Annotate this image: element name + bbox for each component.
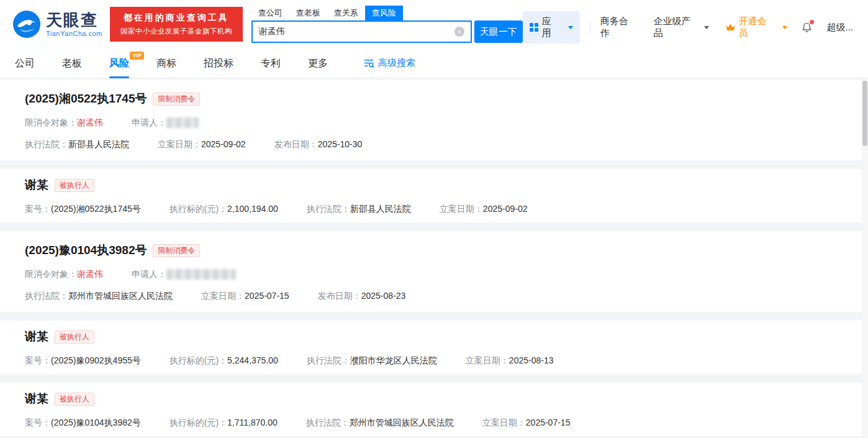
search-tab-boss[interactable]: 查老板 — [289, 6, 327, 21]
tab-company[interactable]: 公司 — [15, 48, 35, 78]
brand-name: 天眼查 — [46, 12, 102, 28]
publish-date-value: 2025-10-30 — [318, 138, 363, 150]
brand-domain: TianYanCha.com — [46, 30, 102, 37]
tab-bidding[interactable]: 招投标 — [204, 48, 233, 78]
field-label: 执行法院： — [306, 416, 350, 429]
field-label: 案号： — [25, 203, 51, 215]
status-badge: 被执行人 — [55, 331, 94, 344]
amount-value: 2,100,194.00 — [227, 203, 278, 215]
restricted-person-link[interactable]: 谢孟伟 — [77, 116, 103, 129]
case-number-value: (2025)湘0522执1745号 — [51, 203, 141, 215]
record-title[interactable]: 谢某 — [25, 329, 48, 345]
court-value: 新邵县人民法院 — [68, 138, 129, 150]
record-executed-person[interactable]: 谢某 被执行人 案号： (2025)豫0104执3982号 执行标的(元)： 1… — [0, 383, 868, 436]
divider — [590, 22, 590, 33]
field-label: 立案日期： — [158, 138, 201, 150]
search-tabs: 查公司 查老板 查关系 查风险 — [251, 6, 523, 21]
tab-boss[interactable]: 老板 — [62, 48, 82, 78]
tab-patent[interactable]: 专利 — [261, 48, 281, 78]
field-label: 执行法院： — [307, 203, 350, 215]
record-title[interactable]: (2025)豫0104执3982号 — [25, 242, 147, 258]
status-badge: 被执行人 — [55, 393, 94, 406]
chevron-down-icon — [782, 26, 787, 29]
record-executed-person[interactable]: 谢某 被执行人 案号： (2025)豫0902执4955号 执行标的(元)： 5… — [0, 321, 868, 374]
amount-value: 5,244,375.00 — [227, 354, 278, 367]
publish-date-value: 2025-08-23 — [361, 290, 406, 302]
scrollbar-thumb[interactable] — [862, 81, 867, 146]
enterprise-products-label: 企业级产品 — [654, 16, 700, 39]
search-row: × 天眼一下 — [251, 21, 523, 43]
apps-label: 应用 — [542, 16, 561, 39]
field-label: 立案日期： — [482, 416, 526, 429]
record-title[interactable]: 谢某 — [25, 177, 48, 193]
chevron-down-icon — [568, 26, 573, 29]
blurred-applicant — [166, 117, 199, 128]
header-right: 应用 商务合作 企业级产品 开通会员 — [523, 11, 853, 43]
field-label: 案号： — [25, 416, 51, 429]
notification-dot — [810, 20, 814, 24]
search-tab-company[interactable]: 查公司 — [251, 6, 289, 21]
field-label: 执行法院： — [25, 290, 68, 302]
field-label: 案号： — [25, 354, 51, 367]
filing-date-value: 2025-09-02 — [483, 203, 528, 215]
promo-banner: 都在用的商业查询工具 国家中小企业发展子基金旗下机构 — [110, 7, 243, 42]
field-label: 申请人： — [132, 268, 166, 280]
search-box: × — [251, 21, 472, 43]
restricted-person-link[interactable]: 谢孟伟 — [77, 268, 103, 280]
clear-search-icon[interactable]: × — [454, 27, 464, 37]
apps-grid-icon — [530, 23, 538, 32]
open-vip-link[interactable]: 开通会员 — [725, 16, 788, 39]
record-title[interactable]: (2025)湘0522执1745号 — [25, 91, 147, 107]
record-executed-person[interactable]: 谢某 被执行人 案号： (2025)湘0522执1745号 执行标的(元)： 2… — [0, 169, 868, 222]
filing-date-value: 2025-09-02 — [201, 138, 246, 150]
field-label: 发布日期： — [318, 290, 361, 302]
filing-date-value: 2025-08-13 — [509, 354, 554, 367]
eye-logo-icon — [12, 10, 41, 39]
field-label: 立案日期： — [440, 203, 483, 215]
tab-trademark[interactable]: 商标 — [156, 48, 176, 78]
logo-text: 天眼查 TianYanCha.com — [46, 12, 102, 37]
tab-risk[interactable]: 风险 VIP — [109, 48, 129, 78]
scrollbar[interactable] — [862, 78, 868, 438]
search-button[interactable]: 天眼一下 — [474, 21, 523, 43]
banner-line2: 国家中小企业发展子基金旗下机构 — [120, 27, 232, 36]
advanced-search-button[interactable]: 高级搜索 — [364, 57, 415, 69]
amount-value: 1,711,870.00 — [227, 416, 278, 429]
field-label: 申请人： — [132, 116, 166, 129]
status-badge: 限制消费令 — [153, 244, 200, 257]
field-label: 立案日期： — [201, 290, 245, 302]
search-input[interactable] — [259, 27, 454, 37]
court-value: 郑州市管城回族区人民法院 — [68, 290, 173, 302]
search-tab-relation[interactable]: 查关系 — [327, 6, 365, 21]
status-badge: 被执行人 — [55, 179, 94, 192]
record-title[interactable]: 谢某 — [25, 391, 48, 407]
tianyancha-logo[interactable]: 天眼查 TianYanCha.com — [12, 10, 102, 39]
field-label: 执行标的(元)： — [170, 203, 227, 215]
notifications-button[interactable] — [801, 21, 813, 34]
business-coop-link[interactable]: 商务合作 — [600, 16, 638, 39]
field-label: 执行标的(元)： — [170, 354, 227, 367]
banner-line1: 都在用的商业查询工具 — [124, 12, 229, 24]
account-menu[interactable]: 超级... — [826, 22, 853, 34]
field-label: 执行标的(元)： — [170, 416, 227, 429]
enterprise-products-link[interactable]: 企业级产品 — [654, 16, 709, 39]
crown-icon — [725, 23, 736, 32]
vip-badge: VIP — [130, 52, 144, 60]
apps-menu[interactable]: 应用 — [523, 11, 580, 43]
blurred-applicant — [166, 269, 236, 280]
court-value: 郑州市管城回族区人民法院 — [350, 416, 454, 429]
chevron-down-icon — [704, 26, 709, 29]
advanced-search-label: 高级搜索 — [378, 57, 415, 69]
court-value: 新邵县人民法院 — [350, 203, 411, 215]
search-area: 查公司 查老板 查关系 查风险 × 天眼一下 — [251, 6, 523, 43]
status-badge: 限制消费令 — [153, 93, 200, 106]
record-restriction-order[interactable]: (2025)豫0104执3982号 限制消费令 限消令对象： 谢孟伟 申请人： … — [0, 231, 868, 312]
results-list: (2025)湘0522执1745号 限制消费令 限消令对象： 谢孟伟 申请人： … — [0, 78, 868, 438]
search-tab-risk[interactable]: 查风险 — [365, 6, 403, 21]
top-header: 天眼查 TianYanCha.com 都在用的商业查询工具 国家中小企业发展子基… — [0, 0, 868, 48]
field-label: 发布日期： — [274, 138, 318, 150]
tab-more[interactable]: 更多 — [308, 48, 328, 78]
record-restriction-order[interactable]: (2025)湘0522执1745号 限制消费令 限消令对象： 谢孟伟 申请人： … — [0, 80, 868, 160]
result-category-nav: 公司 老板 风险 VIP 商标 招投标 专利 更多 高级搜索 — [0, 48, 868, 78]
field-label: 限消令对象： — [25, 116, 77, 129]
